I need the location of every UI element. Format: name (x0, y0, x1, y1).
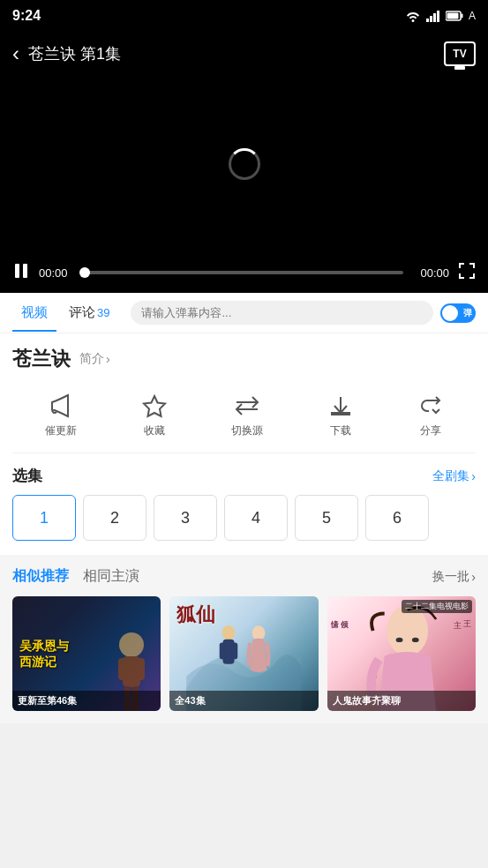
action-switch-source[interactable]: 切换源 (231, 393, 263, 438)
svg-rect-1 (430, 16, 432, 22)
back-button[interactable]: ‹ (12, 41, 19, 66)
rec-card-foxfairy-image: 狐仙 全43集 (169, 596, 318, 711)
episode-section-title: 选集 (12, 466, 42, 486)
episode-grid: 1 2 3 4 5 6 (12, 495, 476, 555)
svg-point-23 (412, 638, 419, 642)
action-collect-label: 收藏 (144, 423, 165, 438)
episode-section-header: 选集 全剧集 › (12, 453, 476, 495)
rec-tab-group: 相似推荐 相同主演 (12, 567, 139, 586)
rec-tab-same-actor[interactable]: 相同主演 (83, 567, 139, 586)
megaphone-icon (49, 393, 73, 418)
svg-rect-5 (461, 14, 462, 19)
share-icon (418, 393, 443, 418)
rec-card-wucheng[interactable]: 吴承恩与西游记 更新至第46集 (12, 596, 161, 711)
total-time: 00:00 (412, 266, 449, 280)
battery-icon (446, 11, 463, 21)
current-time: 00:00 (39, 266, 76, 280)
rec-card-foxfairy-update: 全43集 (169, 691, 318, 711)
svg-rect-12 (118, 658, 127, 680)
progress-dot (79, 267, 90, 278)
video-player[interactable] (0, 76, 488, 252)
loading-spinner (229, 148, 260, 180)
fullscreen-button[interactable] (458, 262, 476, 283)
rec-card-ghostlove-image: 二十二集电视电影 侯领 情缘 王 主 人鬼故事齐聚聊 (327, 596, 476, 711)
danmu-input-area: 弹 (131, 301, 476, 325)
refresh-button[interactable]: 换一批 › (432, 569, 476, 585)
svg-point-20 (252, 625, 266, 640)
drama-title: 苍兰诀 (12, 346, 71, 372)
danmu-toggle-label: 弹 (463, 307, 472, 319)
title-row: 苍兰诀 简介 › (12, 346, 476, 372)
video-controls: 00:00 00:00 (0, 252, 488, 293)
svg-point-21 (387, 605, 428, 655)
svg-rect-0 (426, 19, 429, 22)
recommendations-section: 相似推荐 相同主演 换一批 › (0, 555, 488, 723)
action-collect[interactable]: 收藏 (142, 393, 167, 438)
episode-item-5[interactable]: 5 (295, 495, 358, 541)
episode-item-1[interactable]: 1 (12, 495, 76, 541)
rec-card-ghostlove[interactable]: 二十二集电视电影 侯领 情缘 王 主 人鬼故事齐聚聊 (327, 596, 476, 711)
svg-rect-8 (23, 264, 27, 278)
rec-card-ghostlove-update: 人鬼故事齐聚聊 (327, 691, 476, 711)
switch-icon (235, 393, 259, 418)
star-icon (142, 393, 167, 418)
svg-point-10 (119, 632, 144, 657)
svg-rect-3 (437, 11, 439, 22)
comment-count: 39 (97, 306, 109, 319)
progress-bar[interactable] (85, 271, 403, 274)
tab-video[interactable]: 视频 (12, 294, 56, 332)
download-icon (328, 393, 353, 418)
svg-rect-6 (447, 13, 458, 19)
wifi-icon (405, 10, 421, 22)
rec-tabs: 相似推荐 相同主演 换一批 › (12, 567, 476, 586)
rec-card-foxfairy[interactable]: 狐仙 全43集 (169, 596, 318, 711)
battery-label: A (469, 10, 476, 22)
danmu-toggle-knob (442, 305, 458, 321)
header-title: 苍兰诀 第1集 (28, 43, 121, 64)
svg-point-16 (222, 625, 236, 640)
all-episodes-button[interactable]: 全剧集 › (432, 468, 476, 484)
tabs-bar: 视频 评论39 弹 (0, 293, 488, 333)
rec-card-ghostlove-badge: 二十二集电视电影 (402, 600, 472, 613)
intro-button[interactable]: 简介 › (79, 351, 110, 367)
header-left: ‹ 苍兰诀 第1集 (12, 41, 121, 66)
episode-item-3[interactable]: 3 (154, 495, 217, 541)
signal-icon (426, 10, 440, 22)
rec-card-wucheng-text: 吴承恩与西游记 (19, 638, 69, 670)
action-urge-label: 催更新 (45, 423, 77, 438)
tv-button[interactable]: TV (444, 41, 476, 66)
action-download[interactable]: 下载 (328, 393, 353, 438)
rec-tab-similar[interactable]: 相似推荐 (12, 567, 69, 586)
rec-card-wucheng-image: 吴承恩与西游记 更新至第46集 (12, 596, 161, 711)
episode-item-4[interactable]: 4 (224, 495, 288, 541)
episode-item-2[interactable]: 2 (83, 495, 146, 541)
svg-marker-9 (144, 396, 165, 416)
episode-item-6[interactable]: 6 (365, 495, 429, 541)
svg-rect-2 (433, 13, 436, 22)
svg-rect-18 (220, 643, 226, 660)
rec-cards: 吴承恩与西游记 更新至第46集 (12, 596, 476, 711)
svg-rect-13 (136, 658, 145, 680)
svg-rect-7 (15, 264, 19, 278)
status-bar: 9:24 A (0, 0, 488, 32)
danmu-input[interactable] (131, 301, 433, 325)
svg-rect-19 (232, 643, 238, 660)
tab-comment[interactable]: 评论39 (60, 294, 118, 332)
action-download-label: 下载 (330, 423, 351, 438)
main-content: 苍兰诀 简介 › 催更新 收藏 (0, 333, 488, 555)
status-time: 9:24 (12, 8, 41, 24)
action-urge[interactable]: 催更新 (45, 393, 77, 438)
action-share[interactable]: 分享 (418, 393, 443, 438)
status-icons: A (405, 10, 476, 22)
header: ‹ 苍兰诀 第1集 TV (0, 32, 488, 76)
svg-point-22 (395, 638, 402, 642)
rec-card-wucheng-update: 更新至第46集 (12, 691, 161, 711)
danmu-toggle[interactable]: 弹 (440, 303, 476, 323)
actions-row: 催更新 收藏 切换源 下载 (12, 386, 476, 453)
action-switch-label: 切换源 (231, 423, 263, 438)
action-share-label: 分享 (420, 423, 441, 438)
play-pause-button[interactable] (12, 262, 30, 284)
rec-card-foxfairy-text: 狐仙 (176, 602, 215, 628)
